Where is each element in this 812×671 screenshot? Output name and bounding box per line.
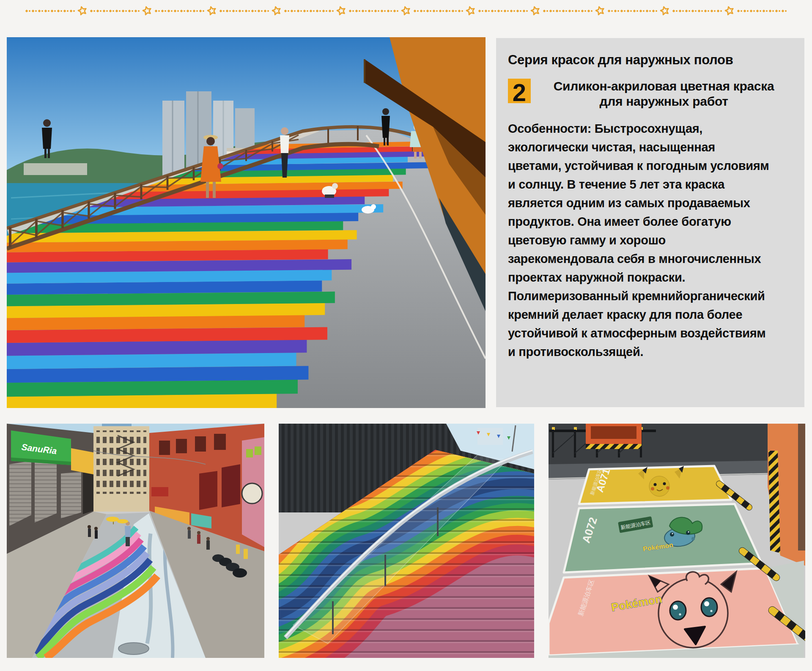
body-line: и солнцу. В течение 5 лет эта краска xyxy=(508,175,794,194)
photo-painted-street: SanuRia xyxy=(7,424,264,658)
ornament-dots xyxy=(154,8,205,14)
photo-pokemon-parking: A071 新能源泊车区 新能源泊车区 Pokémon A072 xyxy=(549,424,805,658)
star-icon xyxy=(529,4,542,18)
rainbow-walkway-illustration xyxy=(7,37,486,408)
star-icon xyxy=(205,4,219,18)
body-line: проектах наружной покраски. xyxy=(508,268,794,287)
item-number-badge: 2 xyxy=(508,79,531,103)
body-line: является одним из самых продаваемых xyxy=(508,194,794,212)
promo-page: Серия красок для наружных полов 2 Силико… xyxy=(0,0,812,671)
ornament-dots xyxy=(478,8,528,14)
stall-pink-jigglypuff: Pokémon 新能源泊车区 xyxy=(549,568,798,655)
star-icon xyxy=(335,4,348,18)
subtitle-line-1: Силикон-акриловая цветная краска xyxy=(533,79,794,94)
star-icon xyxy=(140,4,154,18)
body-line: зарекомендовала себя в многочисленных xyxy=(508,249,794,268)
panel-subtitle: Силикон-акриловая цветная краска для нар… xyxy=(531,79,794,109)
star-icon xyxy=(658,4,672,18)
ornament-dots xyxy=(543,8,593,14)
ornament-divider xyxy=(23,5,789,17)
yellow-awning xyxy=(71,448,93,474)
ornament-dots xyxy=(219,8,269,14)
stall-green-bulbasaur: 新能源泊车区 Pokémon A072 xyxy=(564,504,762,572)
body-line: цветами, устойчивая к погодным условиям xyxy=(508,156,794,175)
ornament-dots xyxy=(348,8,399,14)
star-icon xyxy=(593,4,607,18)
ornament-dots xyxy=(413,8,464,14)
rainbow-stairs-illustration xyxy=(279,424,534,658)
main-photo-rainbow-walkway xyxy=(7,37,486,408)
body-line: цветовую гамму и хорошо xyxy=(508,231,794,249)
body-line: устойчивой к атмосферным воздействиям xyxy=(508,324,794,342)
photo-rainbow-stairs xyxy=(279,424,534,658)
ornament-dots xyxy=(737,8,787,14)
star-icon xyxy=(723,4,736,18)
body-line: Особенности: Быстросохнущая, xyxy=(508,119,794,138)
star-icon xyxy=(76,4,89,18)
star-icon xyxy=(270,4,283,18)
body-line: продуктов. Она имеет более богатую xyxy=(508,212,794,231)
ornament-dots xyxy=(90,8,140,14)
body-line: Полимеризованный кремнийорганический xyxy=(508,287,794,305)
subtitle-line-2: для наружных работ xyxy=(533,94,794,109)
ornament-dots xyxy=(25,8,75,14)
body-line: и противоскользящей. xyxy=(508,342,794,361)
ornament-dots xyxy=(607,8,658,14)
stall-yellow-pikachu: A071 新能源泊车区 xyxy=(579,466,731,504)
right-wall xyxy=(768,424,805,566)
ornament-dots xyxy=(284,8,334,14)
star-icon xyxy=(399,4,413,18)
orange-machine xyxy=(586,424,642,449)
ornament-dots xyxy=(672,8,722,14)
star-icon xyxy=(464,4,477,18)
panel-body: Особенности: Быстросохнущая,экологически… xyxy=(508,119,794,361)
body-line: экологически чистая, насыщенная xyxy=(508,138,794,156)
panel-title: Серия красок для наружных полов xyxy=(508,52,794,68)
body-line: кремний делает краску для пола более xyxy=(508,305,794,324)
center-building xyxy=(93,426,149,512)
description-panel: Серия красок для наружных полов 2 Силико… xyxy=(496,38,804,407)
pokemon-parking-illustration: A071 新能源泊车区 新能源泊车区 Pokémon A072 xyxy=(549,424,805,658)
painted-street-illustration: SanuRia xyxy=(7,424,264,658)
